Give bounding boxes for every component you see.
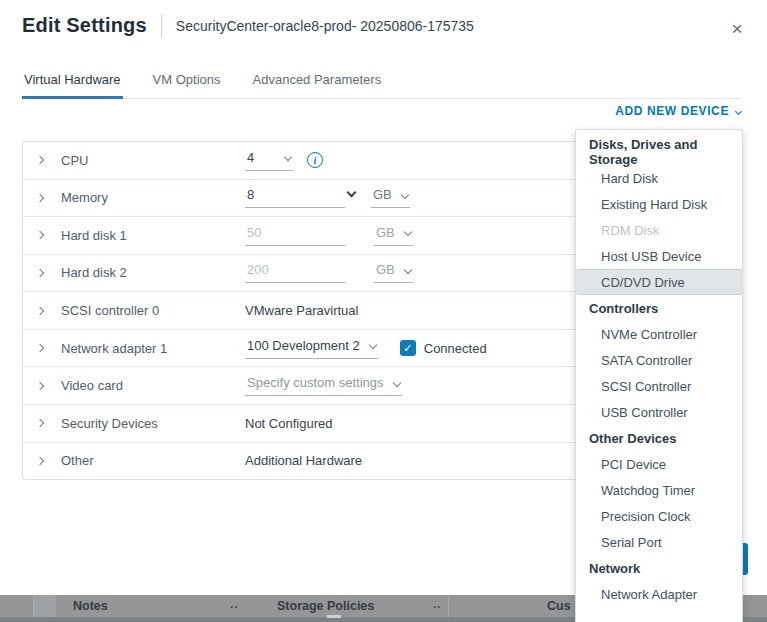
column-divider (448, 595, 449, 617)
menu-item-sata-controller[interactable]: SATA Controller (576, 347, 742, 373)
menu-item-rdm-disk: RDM Disk (576, 217, 742, 243)
menu-item-host-usb-device[interactable]: Host USB Device (576, 243, 742, 269)
hard-disk-2-input[interactable]: 200 (245, 262, 345, 283)
hw-row-label: CPU (61, 153, 245, 168)
chevron-right-icon (36, 344, 44, 352)
tab-bar: Virtual HardwareVM OptionsAdvanced Param… (22, 66, 741, 99)
combobox-chevron-icon[interactable] (347, 188, 357, 198)
expand-chevron-icon[interactable] (37, 195, 61, 201)
chevron-down-icon (369, 341, 377, 349)
hw-row-label: Hard disk 1 (61, 228, 245, 243)
expand-chevron-icon[interactable] (37, 232, 61, 238)
chevron-down-icon (404, 228, 412, 236)
expand-chevron-icon[interactable] (37, 420, 61, 426)
chevron-right-icon (36, 269, 44, 277)
menu-item-pci-device[interactable]: PCI Device (576, 451, 742, 477)
chevron-right-icon (36, 457, 44, 465)
column-resize-notch (327, 615, 341, 618)
background-checkbox-column (33, 595, 54, 617)
background-column-storage-policies: Storage Policies (277, 599, 374, 613)
hw-row-label: Video card (61, 378, 245, 393)
static-value: Additional Hardware (245, 453, 362, 468)
tab-vm-options[interactable]: VM Options (151, 66, 223, 99)
memory-input[interactable]: 8 (245, 187, 345, 208)
static-value: VMware Paravirtual (245, 303, 358, 318)
expand-chevron-icon[interactable] (37, 157, 61, 163)
menu-section-controllers: Controllers (576, 295, 742, 321)
checkbox-label: Connected (424, 341, 487, 356)
hw-row-label: Memory (61, 190, 245, 205)
hw-row-label: SCSI controller 0 (61, 303, 245, 318)
video-card-select[interactable]: Specify custom settings (245, 375, 402, 396)
expand-chevron-icon[interactable] (37, 270, 61, 276)
hw-row-label: Network adapter 1 (61, 341, 245, 356)
expand-chevron-icon[interactable] (37, 458, 61, 464)
menu-item-serial-port[interactable]: Serial Port (576, 529, 742, 555)
info-icon[interactable]: i (307, 152, 323, 168)
ok-button-sliver[interactable] (743, 543, 748, 575)
expand-chevron-icon[interactable] (37, 383, 61, 389)
menu-item-precision-clock[interactable]: Precision Clock (576, 503, 742, 529)
unit-value: GB (376, 262, 395, 277)
input-value: 200 (247, 262, 269, 277)
menu-item-scsi-controller[interactable]: SCSI Controller (576, 373, 742, 399)
unit-select[interactable]: GB (374, 225, 413, 246)
menu-item-usb-controller[interactable]: USB Controller (576, 399, 742, 425)
menu-item-network-adapter[interactable]: Network Adapter (576, 581, 742, 607)
menu-item-existing-hard-disk[interactable]: Existing Hard Disk (576, 191, 742, 217)
unit-value: GB (376, 225, 395, 240)
close-icon[interactable]: × (725, 16, 749, 40)
menu-item-cd-dvd-drive[interactable]: CD/DVD Drive (576, 269, 742, 295)
select-value: 4 (247, 150, 254, 165)
chevron-down-icon (404, 266, 412, 274)
chevron-right-icon (36, 419, 44, 427)
menu-item-hard-disk[interactable]: Hard Disk (576, 165, 742, 191)
add-new-device-label: ADD NEW DEVICE (615, 104, 729, 118)
static-value: Not Configured (245, 416, 332, 431)
hw-row-label: Security Devices (61, 416, 245, 431)
unit-select[interactable]: GB (374, 262, 413, 283)
select-value: Specify custom settings (247, 375, 384, 390)
add-device-menu: Disks, Drives and StorageHard DiskExisti… (575, 129, 743, 622)
chevron-right-icon (36, 194, 44, 202)
chevron-down-icon (401, 191, 409, 199)
title-divider (161, 15, 162, 37)
menu-section-network: Network (576, 555, 742, 581)
add-new-device-button[interactable]: ADD NEW DEVICE (615, 104, 741, 118)
expand-chevron-icon[interactable] (37, 345, 61, 351)
vm-name: SecurityCenter-oracle8-prod- 20250806-17… (176, 18, 474, 34)
menu-section-disks-drives-and-storage: Disks, Drives and Storage (576, 139, 742, 165)
column-divider (55, 595, 56, 617)
background-column-notes: Notes (73, 599, 108, 613)
hard-disk-1-input[interactable]: 50 (245, 225, 345, 246)
chevron-down-icon (735, 107, 742, 114)
network-adapter-1-select[interactable]: 100 Development 2 (245, 338, 378, 359)
column-menu-icon: .. (230, 597, 239, 611)
cpu-select[interactable]: 4 (245, 150, 293, 171)
chevron-down-icon (284, 153, 292, 161)
connected-checkbox[interactable]: ✓ (400, 340, 416, 356)
chevron-right-icon (36, 306, 44, 314)
background-column-cus: Cus (547, 599, 571, 613)
select-value: 100 Development 2 (247, 338, 360, 353)
menu-item-nvme-controller[interactable]: NVMe Controller (576, 321, 742, 347)
expand-chevron-icon[interactable] (37, 308, 61, 314)
input-value: 50 (247, 225, 261, 240)
chevron-right-icon (36, 231, 44, 239)
menu-section-other-devices: Other Devices (576, 425, 742, 451)
hw-row-label: Hard disk 2 (61, 265, 245, 280)
chevron-right-icon (36, 156, 44, 164)
tab-advanced-parameters[interactable]: Advanced Parameters (251, 66, 384, 99)
tab-virtual-hardware[interactable]: Virtual Hardware (22, 66, 123, 99)
menu-item-watchdog-timer[interactable]: Watchdog Timer (576, 477, 742, 503)
edit-settings-dialog: Edit Settings SecurityCenter-oracle8-pro… (0, 0, 767, 622)
dialog-title: Edit Settings (22, 14, 147, 37)
hw-row-label: Other (61, 453, 245, 468)
unit-value: GB (373, 187, 392, 202)
dialog-header: Edit Settings SecurityCenter-oracle8-pro… (22, 14, 474, 37)
unit-select[interactable]: GB (371, 187, 410, 208)
chevron-right-icon (36, 381, 44, 389)
column-menu-icon: .. (433, 597, 442, 611)
chevron-down-icon (392, 378, 400, 386)
input-value: 8 (247, 187, 254, 202)
